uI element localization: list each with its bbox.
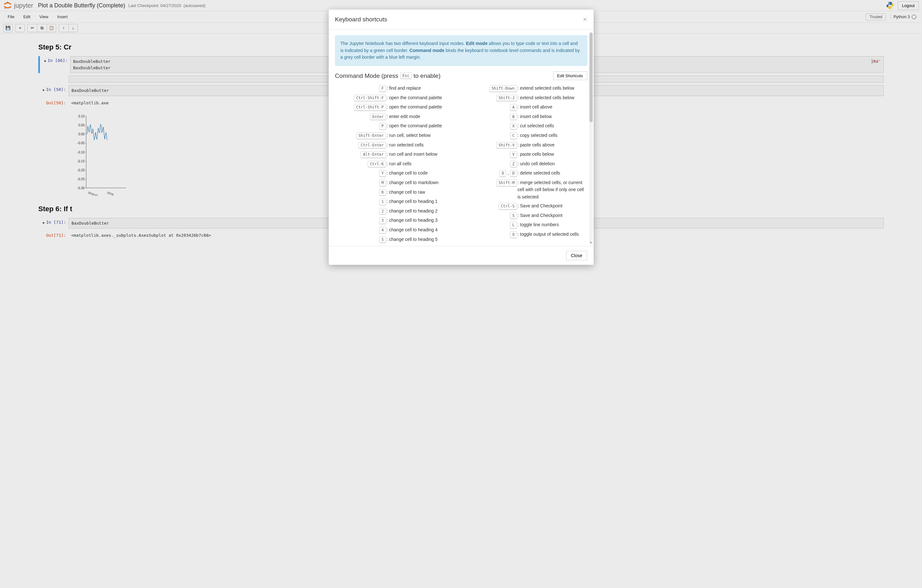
- shortcut-row: Ctrl-Enterrun selected cells: [335, 141, 456, 149]
- shortcut-description: change cell to raw: [386, 189, 456, 196]
- shortcut-row: Shift-Jextend selected cells below: [466, 94, 587, 102]
- shortcut-row: Shift-Enterrun cell, select below: [335, 132, 456, 139]
- info-box: The Jupyter Notebook has two different k…: [335, 36, 587, 66]
- shortcut-description: paste cells below: [517, 150, 587, 158]
- key: Ctrl-Shift-P: [354, 104, 386, 111]
- key: B: [510, 114, 517, 121]
- shortcut-description: change cell to heading 2: [386, 207, 456, 214]
- shortcut-description: change cell to markdown: [386, 179, 456, 186]
- shortcut-key: A: [466, 103, 517, 111]
- shortcut-key: 3: [335, 217, 386, 224]
- shortcut-key: S: [466, 212, 517, 219]
- key: C: [510, 132, 517, 139]
- key: D: [510, 170, 517, 177]
- shortcut-row: Vpaste cells below: [466, 150, 587, 158]
- shortcut-description: run all cells: [386, 160, 456, 167]
- command-mode-title: Command Mode (press Esc to enable): [335, 72, 441, 80]
- scrollbar[interactable]: ▲ ▼: [589, 32, 593, 243]
- shortcut-key: Shift-V: [466, 141, 517, 149]
- key: 3: [379, 217, 386, 224]
- modal-close-button[interactable]: ×: [583, 15, 587, 24]
- shortcut-key: 1: [335, 198, 386, 206]
- shortcut-row: Ainsert cell above: [466, 103, 587, 111]
- modal-header: Keyboard shortcuts ×: [329, 10, 593, 30]
- shortcut-key: D,D: [466, 170, 517, 177]
- shortcut-row: Enterenter edit mode: [335, 113, 456, 121]
- edit-shortcuts-button[interactable]: Edit Shortcuts: [553, 72, 587, 80]
- scroll-thumb[interactable]: [589, 33, 593, 122]
- shortcut-key: Shift-M: [466, 179, 517, 187]
- shortcut-row: 4change cell to heading 4: [335, 226, 456, 234]
- key: O: [510, 231, 517, 238]
- shortcut-description: change cell to code: [386, 170, 456, 176]
- shortcut-row: Ccopy selected cells: [466, 132, 587, 139]
- key: Shift-J: [496, 95, 517, 102]
- shortcut-description: change cell to heading 4: [386, 226, 456, 233]
- shortcut-description: enter edit mode: [386, 113, 456, 120]
- shortcut-key: Ctrl-S: [466, 202, 517, 210]
- shortcut-description: toggle line numbers: [517, 221, 587, 228]
- shortcut-description: merge selected cells, or current cell wi…: [517, 179, 587, 200]
- key: 4: [379, 227, 386, 234]
- key: Z: [510, 161, 517, 168]
- key: Shift-V: [496, 142, 517, 149]
- shortcut-row: Shift-Mmerge selected cells, or current …: [466, 179, 587, 200]
- shortcut-key: C: [466, 132, 517, 139]
- shortcut-row: 3change cell to heading 3: [335, 217, 456, 224]
- key: Y: [379, 170, 386, 177]
- shortcut-description: change cell to heading 3: [386, 217, 456, 224]
- key: 1: [379, 198, 386, 206]
- modal-title: Keyboard shortcuts: [335, 16, 387, 23]
- key: X: [510, 123, 517, 130]
- shortcut-key: M: [335, 179, 386, 187]
- keyboard-shortcuts-modal: Keyboard shortcuts × The Jupyter Noteboo…: [329, 10, 593, 265]
- shortcut-description: run cell and insert below: [386, 150, 456, 158]
- shortcut-row: 2change cell to heading 2: [335, 207, 456, 215]
- shortcut-key: Ctrl-Shift-F: [335, 94, 386, 102]
- key: Shift-M: [496, 180, 517, 187]
- shortcut-key: R: [335, 189, 386, 196]
- shortcut-key: 5: [335, 236, 386, 243]
- close-button[interactable]: Close: [566, 251, 587, 260]
- shortcuts-left-column: Ffind and replaceCtrl-Shift-Fopen the co…: [335, 85, 456, 245]
- shortcut-row: Ctrl-Shift-Fopen the command palette: [335, 94, 456, 102]
- shortcut-row: Ctrl-Shift-Popen the command palette: [335, 103, 456, 111]
- shortcuts-grid: Ffind and replaceCtrl-Shift-Fopen the co…: [335, 85, 587, 245]
- shortcut-row: Shift-Downextend selected cells below: [466, 85, 587, 92]
- key: S: [510, 212, 517, 219]
- shortcut-row: Alt-Enterrun cell and insert below: [335, 150, 456, 158]
- shortcut-key: P: [335, 122, 386, 130]
- key: Shift-Enter: [356, 132, 386, 139]
- shortcut-row: Zundo cell deletion: [466, 160, 587, 168]
- close-icon: ×: [583, 15, 587, 23]
- shortcut-row: Rchange cell to raw: [335, 189, 456, 196]
- modal-overlay: Keyboard shortcuts × The Jupyter Noteboo…: [0, 0, 922, 588]
- shortcut-description: paste cells above: [517, 141, 587, 149]
- shortcut-key: 2: [335, 207, 386, 215]
- shortcut-row: Popen the command palette: [335, 122, 456, 130]
- shortcut-description: run cell, select below: [386, 132, 456, 139]
- key: A: [510, 104, 517, 111]
- shortcut-description: change cell to heading 1: [386, 198, 456, 205]
- key: F: [379, 85, 386, 92]
- shortcut-row: Ctrl-SSave and Checkpoint: [466, 202, 587, 210]
- shortcut-row: Mchange cell to markdown: [335, 179, 456, 187]
- shortcut-key: L: [466, 221, 517, 229]
- shortcut-description: open the command palette: [386, 103, 456, 110]
- key: 2: [379, 208, 386, 215]
- shortcut-key: X: [466, 122, 517, 130]
- key: V: [510, 151, 517, 158]
- key: Shift-Down: [489, 85, 517, 92]
- shortcut-description: Save and Checkpoint: [517, 212, 587, 219]
- shortcut-row: Xcut selected cells: [466, 122, 587, 130]
- shortcut-row: Ltoggle line numbers: [466, 221, 587, 229]
- key: P: [379, 123, 386, 130]
- shortcut-description: insert cell below: [517, 113, 587, 120]
- shortcuts-right-column: Shift-Downextend selected cells belowShi…: [466, 85, 587, 245]
- key: Ctrl-Shift-F: [354, 95, 386, 102]
- shortcut-description: Save and Checkpoint: [517, 202, 587, 209]
- shortcut-key: Y: [335, 170, 386, 177]
- shortcut-description: copy selected cells: [517, 132, 587, 139]
- key: L: [510, 222, 517, 229]
- shortcut-row: Ctrl-Krun all cells: [335, 160, 456, 168]
